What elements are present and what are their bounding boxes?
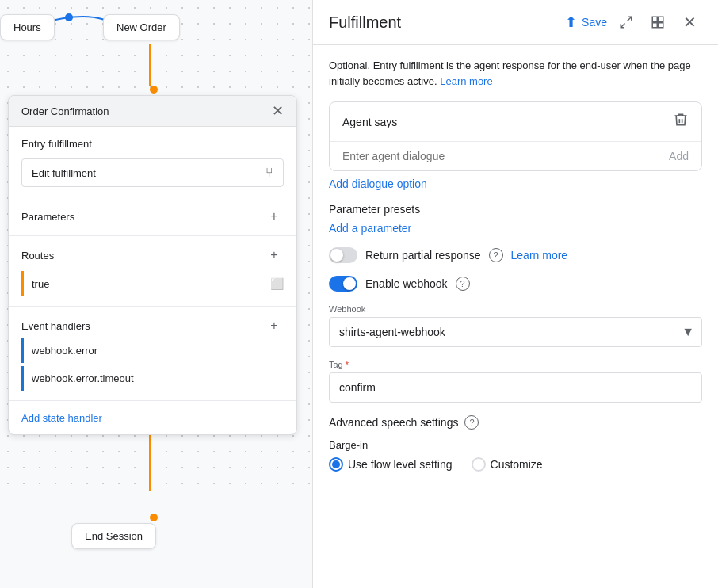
return-partial-row: Return partial response ? Learn more bbox=[329, 247, 702, 263]
add-parameter-link[interactable]: Add a parameter bbox=[329, 222, 702, 235]
header-actions: ⬆ Save ✕ bbox=[565, 10, 702, 35]
add-dialogue-button-inline[interactable]: Add bbox=[669, 150, 689, 162]
enable-webhook-row: Enable webhook ? bbox=[329, 276, 702, 292]
event-handlers-label: Event handlers bbox=[21, 320, 90, 332]
return-partial-learn-more[interactable]: Learn more bbox=[511, 249, 568, 262]
enable-webhook-label: Enable webhook bbox=[365, 277, 448, 290]
add-state-handler-link[interactable]: Add state handler bbox=[21, 412, 102, 424]
orange-connector-dot-top bbox=[150, 86, 158, 94]
toggle-thumb-partial bbox=[330, 249, 343, 262]
tag-label-text: Tag bbox=[329, 360, 343, 369]
svg-rect-7 bbox=[659, 17, 663, 21]
routes-header: Routes + bbox=[21, 246, 284, 265]
add-event-handler-button[interactable]: + bbox=[265, 316, 284, 335]
end-session-node[interactable]: End Session bbox=[71, 523, 156, 549]
return-partial-toggle[interactable] bbox=[329, 247, 357, 263]
parameters-header: Parameters + bbox=[21, 207, 284, 226]
save-label: Save bbox=[582, 16, 607, 29]
barge-in-label: Barge-in bbox=[329, 439, 702, 451]
svg-line-4 bbox=[628, 17, 632, 21]
webhook-select-wrapper: shirts-agent-webhook ▼ bbox=[329, 317, 702, 347]
agent-dialogue-input[interactable] bbox=[342, 150, 669, 162]
webhook-select[interactable]: shirts-agent-webhook bbox=[329, 317, 702, 347]
edit-fulfillment-label: Edit fulfillment bbox=[32, 167, 96, 179]
svg-rect-6 bbox=[652, 17, 657, 21]
routes-label: Routes bbox=[21, 250, 54, 262]
close-panel-button[interactable]: ✕ bbox=[272, 104, 284, 118]
fulfillment-title: Fulfillment bbox=[329, 13, 401, 32]
close-icon: ✕ bbox=[683, 13, 697, 32]
parameters-section: Parameters + bbox=[9, 197, 296, 236]
tag-input[interactable] bbox=[329, 372, 702, 403]
radio-inner-flow bbox=[332, 460, 340, 468]
add-parameter-button[interactable]: + bbox=[265, 207, 284, 226]
branch-icon: ⑂ bbox=[265, 166, 273, 180]
tag-field-label: Tag * bbox=[329, 360, 702, 369]
layout-icon bbox=[651, 15, 665, 29]
svg-point-0 bbox=[65, 13, 73, 21]
parameter-presets-title: Parameter presets bbox=[329, 203, 702, 216]
orange-connector-dot-bottom bbox=[150, 514, 158, 521]
trash-icon bbox=[673, 112, 689, 128]
add-state-handler-section: Add state handler bbox=[9, 401, 296, 434]
event-handler-label-1: webhook.error bbox=[32, 345, 97, 357]
advanced-title-row: Advanced speech settings ? bbox=[329, 415, 702, 430]
barge-in-flow-level-option[interactable]: Use flow level setting bbox=[329, 457, 453, 472]
close-fulfillment-button[interactable]: ✕ bbox=[677, 10, 702, 35]
panel-title: Order Confirmation bbox=[21, 105, 109, 117]
parameters-label: Parameters bbox=[21, 211, 74, 223]
advanced-speech-title: Advanced speech settings bbox=[329, 416, 458, 429]
event-handlers-section: Event handlers + webhook.error webhook.e… bbox=[9, 307, 296, 401]
svg-rect-9 bbox=[659, 23, 663, 28]
fulfillment-content: Optional. Entry fulfillment is the agent… bbox=[313, 45, 718, 588]
barge-in-customize-option[interactable]: Customize bbox=[472, 457, 543, 472]
radio-circle-flow bbox=[329, 457, 343, 472]
return-partial-label: Return partial response bbox=[365, 249, 481, 262]
order-confirmation-panel: Order Confirmation ✕ Entry fulfillment E… bbox=[8, 95, 297, 435]
barge-in-flow-label: Use flow level setting bbox=[348, 458, 453, 471]
add-dialogue-option-link[interactable]: Add dialogue option bbox=[329, 178, 702, 190]
new-order-label: New Order bbox=[116, 21, 166, 33]
description-text: Optional. Entry fulfillment is the agent… bbox=[329, 58, 702, 89]
return-partial-help-icon[interactable]: ? bbox=[489, 248, 503, 262]
required-asterisk: * bbox=[346, 360, 349, 369]
agent-says-box: Agent says Add bbox=[329, 101, 702, 171]
event-handler-item-2[interactable]: webhook.error.timeout bbox=[21, 366, 284, 391]
delete-agent-says-button[interactable] bbox=[673, 112, 689, 132]
enable-webhook-help-icon[interactable]: ? bbox=[456, 277, 470, 291]
true-route-item[interactable]: true ⬜ bbox=[21, 271, 284, 296]
agent-says-header: Agent says bbox=[330, 102, 701, 142]
parameter-presets-section: Parameter presets Add a parameter bbox=[329, 203, 702, 235]
save-button[interactable]: ⬆ Save bbox=[565, 13, 607, 31]
expand-button[interactable] bbox=[613, 10, 639, 35]
description-learn-more-link[interactable]: Learn more bbox=[440, 75, 492, 87]
layout-button[interactable] bbox=[645, 10, 670, 35]
route-icon: ⬜ bbox=[270, 277, 284, 290]
new-order-node[interactable]: New Order bbox=[103, 14, 180, 40]
hours-node[interactable]: Hours bbox=[0, 14, 55, 40]
advanced-speech-section: Advanced speech settings ? Barge-in Use … bbox=[329, 415, 702, 472]
enable-webhook-toggle[interactable] bbox=[329, 276, 357, 292]
barge-in-customize-label: Customize bbox=[491, 458, 543, 471]
route-value: true bbox=[32, 278, 49, 290]
event-handler-item-1[interactable]: webhook.error bbox=[21, 338, 284, 363]
event-handlers-header: Event handlers + bbox=[21, 316, 284, 335]
advanced-speech-help-icon[interactable]: ? bbox=[464, 415, 479, 430]
canvas-background: Hours New Order Order Confirmation ✕ Ent… bbox=[0, 0, 312, 491]
svg-rect-8 bbox=[652, 23, 657, 28]
webhook-field-label: Webhook bbox=[329, 304, 702, 314]
flow-canvas: Hours New Order Order Confirmation ✕ Ent… bbox=[0, 0, 313, 588]
add-route-button[interactable]: + bbox=[265, 246, 284, 265]
expand-icon bbox=[619, 15, 633, 29]
svg-line-5 bbox=[621, 24, 624, 28]
tag-section: Tag * bbox=[329, 360, 702, 403]
radio-circle-customize bbox=[472, 457, 486, 472]
event-handler-label-2: webhook.error.timeout bbox=[32, 372, 134, 384]
agent-input-row: Add bbox=[330, 142, 701, 170]
edit-fulfillment-row[interactable]: Edit fulfillment ⑂ bbox=[21, 158, 284, 187]
webhook-section: Webhook shirts-agent-webhook ▼ bbox=[329, 304, 702, 347]
save-icon: ⬆ bbox=[565, 13, 577, 31]
routes-section: Routes + true ⬜ bbox=[9, 236, 296, 307]
entry-fulfillment-label: Entry fulfillment bbox=[21, 138, 92, 150]
fulfillment-header: Fulfillment ⬆ Save ✕ bbox=[313, 0, 718, 45]
